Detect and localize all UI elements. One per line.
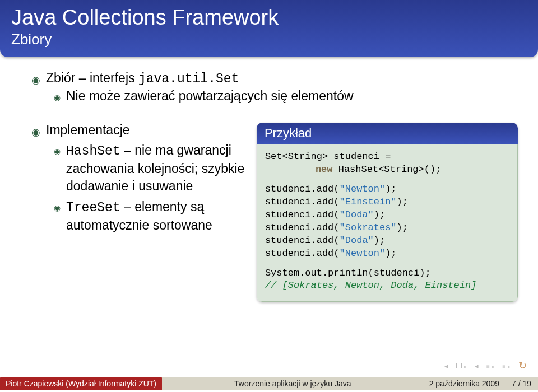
right-column: Przykład Set<String> studenci = new Hash… [257,123,518,302]
nav-back-icon[interactable]: ◂ [475,362,479,370]
left-column: ◉ Implementacje ◉ HashSet – nie ma gwara… [31,123,245,302]
code-line: studenci.add("Newton"); [265,183,509,196]
code-line: studenci.add("Doda"); [265,235,509,248]
impl-heading: Implementacje [46,123,130,138]
code-line: studenci.add("Einstein"); [265,196,509,209]
sub-bullet-icon: ◉ [54,203,61,213]
intro-sub-text: Nie może zawierać powtarzających się ele… [66,88,354,104]
code-line: studenci.add("Doda"); [265,209,509,222]
two-columns: ◉ Implementacje ◉ HashSet – nie ma gwara… [31,123,518,302]
example-code: Set<String> studenci = new HashSet<Strin… [257,144,518,302]
footer-center: Tworzenie aplikacji w języku Java [162,377,424,390]
nav-fwd-icon[interactable]: ≡ ▸ [486,362,494,370]
nav-next-icon[interactable]: ≡ ▸ [503,362,511,370]
example-box: Przykład Set<String> studenci = new Hash… [257,123,518,302]
impl-item: ◉ HashSet – nie ma gwarancji zachowania … [54,142,245,195]
footer-bar: Piotr Czapiewski (Wydział Informatyki ZU… [0,375,538,392]
bullet-icon: ◉ [31,126,40,138]
intro-sub-bullet: ◉ Nie może zawierać powtarzających się e… [54,88,518,104]
code-line: new HashSet<String>(); [265,164,509,176]
slide-title: Java Collections Framework [11,6,527,30]
intro-text: Zbiór – interfejs java.util.Set [46,71,239,86]
bullet-icon: ◉ [31,74,40,86]
code-line: System.out.println(studenci); [265,267,509,280]
footer-date: 2 października 2009 [424,377,505,390]
nav-icons: ◂ ▸ ◂ ≡ ▸ ≡ ▸ ↻ [444,360,527,372]
nav-loop-icon[interactable]: ↻ [518,360,527,372]
sub-bullet-icon: ◉ [54,93,61,102]
footer-page: 7 / 19 [505,377,538,390]
impl-item-text: TreeSet – elementy są automatycznie sort… [66,198,245,234]
slide-header: Java Collections Framework Zbiory [0,0,538,57]
slide-content: ◉ Zbiór – interfejs java.util.Set ◉ Nie … [0,57,538,302]
example-title: Przykład [257,123,518,144]
footer-author: Piotr Czapiewski (Wydział Informatyki ZU… [0,377,162,390]
code-line: Set<String> studenci = [265,151,509,164]
impl-heading-row: ◉ Implementacje [31,123,245,138]
intro-bullet: ◉ Zbiór – interfejs java.util.Set [31,71,518,86]
impl-item-text: HashSet – nie ma gwarancji zachowania ko… [66,142,245,195]
code-comment: // [Sokrates, Newton, Doda, Einstein] [265,279,509,292]
slide-subtitle: Zbiory [11,31,527,48]
nav-first-icon[interactable]: ◂ [444,362,448,370]
sub-bullet-icon: ◉ [54,146,61,157]
code-line: studenci.add("Sokrates"); [265,222,509,235]
impl-item: ◉ TreeSet – elementy są automatycznie so… [54,198,245,234]
nav-prev-icon[interactable]: ▸ [456,362,467,370]
code-line: studenci.add("Newton"); [265,248,509,260]
